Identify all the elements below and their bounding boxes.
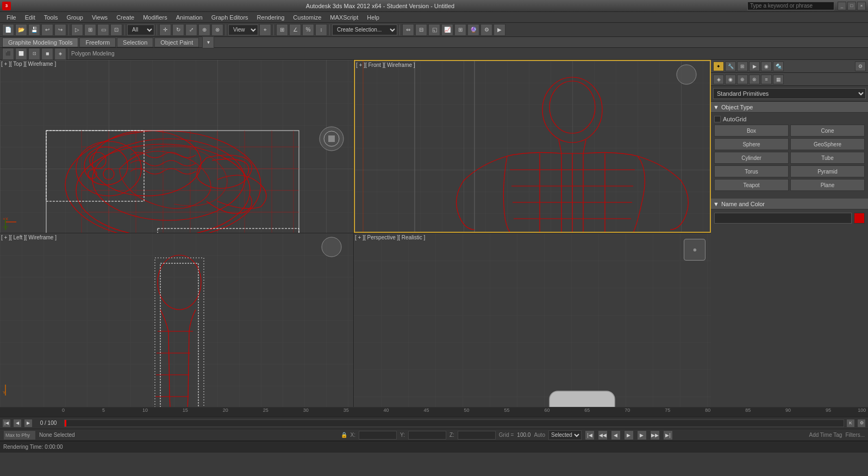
max-to-phy-btn[interactable]: Max to Phy bbox=[3, 430, 36, 440]
obj-box[interactable]: Box bbox=[714, 125, 789, 137]
viewport-left[interactable]: [ + ][ Left ][ Wireframe ] bbox=[0, 233, 353, 407]
viewport-front[interactable]: [ + ][ Front ][ Wireframe ] bbox=[354, 60, 711, 233]
pb-end[interactable]: ▶| bbox=[663, 430, 673, 440]
select-pivot-button[interactable]: ⊗ bbox=[211, 24, 223, 36]
layer-button[interactable]: ◱ bbox=[428, 24, 440, 36]
panel-hierarchy-btn[interactable]: ⊞ bbox=[737, 61, 748, 71]
select-by-name-button[interactable]: ⊞ bbox=[84, 24, 96, 36]
panel-tab-2[interactable]: ◉ bbox=[725, 75, 736, 84]
material-editor-button[interactable]: 🔮 bbox=[467, 24, 479, 36]
graphite-freeform[interactable]: Freeform bbox=[79, 38, 116, 47]
redo-button[interactable]: ↪ bbox=[54, 24, 66, 36]
poly-face[interactable]: ◼ bbox=[41, 48, 53, 60]
menu-rendering[interactable]: Rendering bbox=[253, 13, 289, 22]
poly-element[interactable]: ◈ bbox=[54, 48, 66, 60]
primitives-dropdown[interactable]: Standard Primitives Extended Primitives … bbox=[713, 88, 866, 99]
curve-editor-button[interactable]: 📈 bbox=[441, 24, 453, 36]
menu-help[interactable]: Help bbox=[363, 13, 384, 22]
obj-geosphere[interactable]: GeoSphere bbox=[790, 138, 865, 150]
poly-border[interactable]: ⊡ bbox=[28, 48, 40, 60]
obj-tube[interactable]: Tube bbox=[790, 152, 865, 164]
obj-torus[interactable]: Torus bbox=[714, 165, 789, 177]
pb-play[interactable]: ▶ bbox=[624, 430, 634, 440]
pb-start[interactable]: |◀ bbox=[585, 430, 595, 440]
name-field[interactable] bbox=[714, 213, 852, 224]
selection-mode-dropdown[interactable]: Selected bbox=[548, 430, 582, 440]
scale-button[interactable]: ⤢ bbox=[185, 24, 197, 36]
select-button[interactable]: ▷ bbox=[71, 24, 83, 36]
render-button[interactable]: ▶ bbox=[494, 24, 505, 36]
pb-prev[interactable]: ◀ bbox=[611, 430, 621, 440]
obj-pyramid[interactable]: Pyramid bbox=[790, 165, 865, 177]
timeline-start-btn[interactable]: |◀ bbox=[2, 419, 11, 428]
viewport-perspective[interactable]: [ + ][ Perspective ][ Realistic ] bbox=[354, 233, 711, 407]
menu-views[interactable]: Views bbox=[88, 13, 112, 22]
pivot-button[interactable]: ⌖ bbox=[259, 24, 271, 36]
timeline-track[interactable] bbox=[64, 419, 844, 427]
filters-btn[interactable]: Filters... bbox=[845, 432, 865, 438]
schematic-button[interactable]: ⊞ bbox=[454, 24, 466, 36]
panel-tab-1[interactable]: ◈ bbox=[713, 75, 724, 84]
obj-sphere[interactable]: Sphere bbox=[714, 138, 789, 150]
spinner-snap-button[interactable]: ↕ bbox=[315, 24, 327, 36]
place-button[interactable]: ⊕ bbox=[198, 24, 210, 36]
open-button[interactable]: 📂 bbox=[15, 24, 27, 36]
viewport-top[interactable]: [ + ][ Top ][ Wireframe ] bbox=[0, 60, 353, 233]
x-field[interactable] bbox=[359, 431, 397, 440]
z-field[interactable] bbox=[458, 431, 496, 440]
minimize-button[interactable]: _ bbox=[838, 2, 846, 10]
percent-snap-button[interactable]: % bbox=[302, 24, 314, 36]
panel-settings-btn[interactable]: ⚙ bbox=[855, 61, 866, 71]
panel-display-btn[interactable]: ◉ bbox=[761, 61, 772, 71]
crossing-select-button[interactable]: ⊡ bbox=[110, 24, 122, 36]
panel-modify-btn[interactable]: 🔧 bbox=[725, 61, 736, 71]
reference-coord-dropdown[interactable]: View bbox=[228, 24, 258, 35]
save-button[interactable]: 💾 bbox=[28, 24, 40, 36]
panel-tab-6[interactable]: ▦ bbox=[773, 75, 784, 84]
menu-animation[interactable]: Animation bbox=[172, 13, 207, 22]
render-setup-button[interactable]: ⚙ bbox=[480, 24, 492, 36]
panel-tab-4[interactable]: ⊗ bbox=[749, 75, 760, 84]
timeline-play-btn[interactable]: ▶ bbox=[24, 419, 33, 428]
graphite-more-button[interactable]: ▾ bbox=[202, 36, 214, 48]
panel-motion-btn[interactable]: ▶ bbox=[749, 61, 760, 71]
close-button[interactable]: × bbox=[857, 2, 866, 10]
maximize-button[interactable]: □ bbox=[847, 2, 856, 10]
color-swatch[interactable] bbox=[854, 213, 865, 224]
menu-tools[interactable]: Tools bbox=[40, 13, 63, 22]
menu-edit[interactable]: Edit bbox=[21, 13, 40, 22]
align-button[interactable]: ⊟ bbox=[415, 24, 427, 36]
menu-modifiers[interactable]: Modifiers bbox=[139, 13, 172, 22]
obj-teapot[interactable]: Teapot bbox=[714, 179, 789, 191]
obj-cone[interactable]: Cone bbox=[790, 125, 865, 137]
menu-graph-editors[interactable]: Graph Editors bbox=[207, 13, 253, 22]
mirror-button[interactable]: ⇔ bbox=[402, 24, 414, 36]
snap-button[interactable]: ⊞ bbox=[276, 24, 288, 36]
autogrid-checkbox[interactable] bbox=[714, 116, 721, 122]
move-button[interactable]: ✛ bbox=[159, 24, 171, 36]
obj-cylinder[interactable]: Cylinder bbox=[714, 152, 789, 164]
add-time-tag-btn[interactable]: Add Time Tag bbox=[809, 432, 842, 438]
menu-create[interactable]: Create bbox=[112, 13, 139, 22]
panel-create-btn[interactable]: ✦ bbox=[713, 61, 724, 71]
graphite-selection[interactable]: Selection bbox=[117, 38, 153, 47]
graphite-modeling-tools[interactable]: Graphite Modeling Tools bbox=[2, 38, 78, 47]
graphite-object-paint[interactable]: Object Paint bbox=[154, 38, 199, 47]
timeline-prev-btn[interactable]: ◀ bbox=[13, 419, 22, 428]
poly-edge[interactable]: ⬜ bbox=[15, 48, 27, 60]
name-color-header[interactable]: ▼ Name and Color bbox=[711, 199, 868, 209]
menu-file[interactable]: File bbox=[2, 13, 21, 22]
menu-customize[interactable]: Customize bbox=[289, 13, 326, 22]
object-type-header[interactable]: ▼ Object Type bbox=[711, 102, 868, 113]
named-selection-dropdown[interactable]: Create Selection... bbox=[332, 24, 397, 35]
pb-prev-frame[interactable]: ◀◀ bbox=[598, 430, 608, 440]
menu-maxscript[interactable]: MAXScript bbox=[326, 13, 363, 22]
menu-group[interactable]: Group bbox=[62, 13, 88, 22]
pb-next[interactable]: ▶ bbox=[637, 430, 647, 440]
rect-select-button[interactable]: ▭ bbox=[97, 24, 109, 36]
panel-tab-5[interactable]: ≡ bbox=[761, 75, 772, 84]
angle-snap-button[interactable]: ∠ bbox=[289, 24, 301, 36]
search-input[interactable] bbox=[747, 2, 834, 10]
filter-dropdown[interactable]: All bbox=[127, 24, 154, 35]
rotate-button[interactable]: ↻ bbox=[172, 24, 184, 36]
